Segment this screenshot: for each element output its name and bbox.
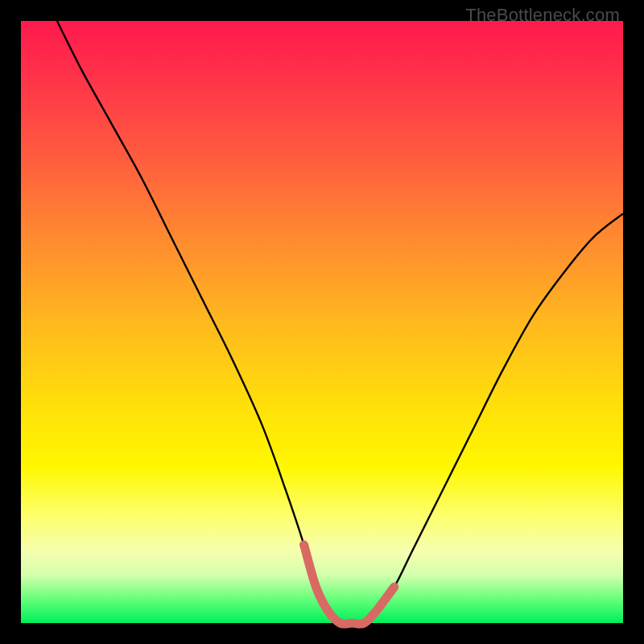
watermark-text: TheBottleneck.com [465, 5, 620, 26]
curve-highlight [304, 545, 394, 624]
curve-line [57, 21, 623, 624]
chart-frame: TheBottleneck.com [0, 0, 644, 644]
bottleneck-curve [21, 21, 623, 623]
